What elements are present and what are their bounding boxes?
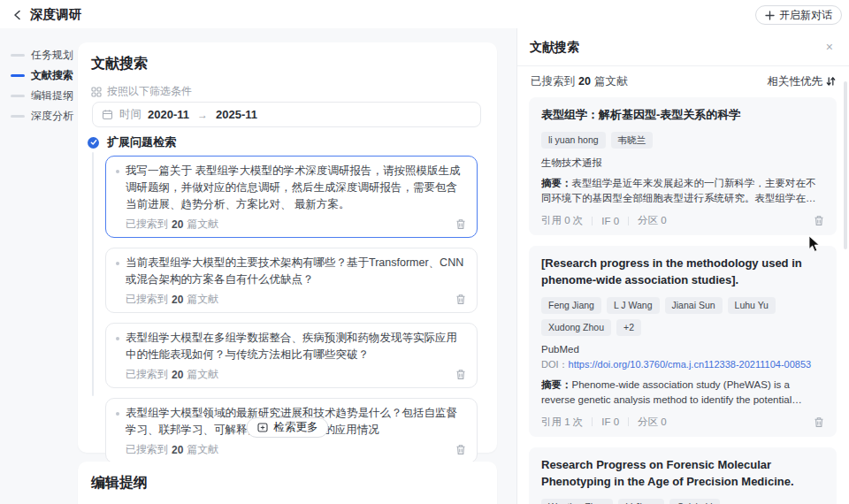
step-indicator [11,54,25,57]
step-deep-analysis[interactable]: 深度分析 [11,109,73,124]
step-literature-search[interactable]: 文献搜索 [11,68,73,83]
result-number: 20 [578,75,591,88]
panel-subheader: 已搜索到 20 篇文献 相关性优先 [517,66,849,96]
author-tag[interactable]: Feng Jiang [541,297,601,314]
author-tag[interactable]: Caixia Li [669,499,719,504]
author-tag[interactable]: Xudong Zhou [541,319,611,336]
time-from-value: 2020-11 [148,108,189,121]
time-range-field[interactable]: 时间 2020-11 → 2025-11 [92,102,481,127]
bullet-dot-icon [116,337,119,340]
author-tags: Wenting Zhao Li Jiang Caixia Li [541,499,824,504]
paper-title: [Research progress in the methodology us… [541,256,824,289]
literature-search-card: 文献搜索 按照以下筛选条件 时间 2020-11 → 2025-11 扩展问题检… [78,42,497,453]
question-card-2[interactable]: 当前表型组学大模型的主要技术架构有哪些？基于Transformer、CNN或混合… [105,248,478,313]
searched-suffix: 篇文献 [187,367,218,382]
paper-title: Research Progress on Forensic Molecular … [541,457,824,491]
searched-count: 20 [172,218,183,231]
author-tags: Feng Jiang L J Wang Jianai Sun Luhu Yu X… [541,297,824,336]
trash-icon[interactable] [455,294,466,305]
author-more-tag[interactable]: +2 [616,319,641,336]
trash-icon[interactable] [455,369,466,380]
searched-prefix: 已搜索到 [126,292,168,307]
chevron-left-icon [12,10,23,20]
step-label: 任务规划 [31,48,73,63]
question-meta: 已搜索到 20 篇文献 [126,292,466,307]
back-button[interactable] [9,6,27,24]
panel-title: 文献搜索 [530,28,579,66]
question-card-1[interactable]: 我写一篇关于 表型组学大模型的学术深度调研报告，请按照模版生成调研题纲，并做对应… [105,156,478,238]
trash-icon[interactable] [455,444,466,455]
author-tag[interactable]: Li Jiang [618,499,664,504]
searched-count: 20 [172,369,183,381]
result-prefix: 已搜索到 [531,74,575,89]
divider [628,217,629,225]
step-indicator [11,115,25,118]
paper-card-1[interactable]: 表型组学：解析基因型-表型关系的科学 li yuan hong 韦晓兰 生物技术… [529,97,837,235]
doi-link[interactable]: https://doi.org/10.3760/cma.j.cn112338-2… [569,359,812,370]
filter-hint-label: 按照以下筛选条件 [107,84,192,99]
paper-abstract: 摘要：表型组学是近年来发展起来的一门新科学，主要对在不同环境下的基因型全部细胞表… [541,176,824,206]
step-indicator [11,95,25,97]
citation-count: 引用 0 次 [541,214,583,227]
paper-card-3[interactable]: Research Progress on Forensic Molecular … [529,447,837,504]
time-label: 时间 [119,107,142,122]
author-tag[interactable]: Wenting Zhao [541,499,613,504]
panel-header: 文献搜索 × [517,28,849,66]
question-text: 当前表型组学大模型的主要技术架构有哪些？基于Transformer、CNN或混合… [126,255,466,288]
author-tag[interactable]: Luhu Yu [728,297,776,314]
section-title: 编辑提纲 [91,474,148,493]
abstract-label: 摘要： [541,178,572,188]
search-more-icon [257,422,269,433]
sort-arrows-icon [826,76,836,87]
searched-count: 20 [172,294,183,306]
paper-card-2[interactable]: [Research progress in the methodology us… [529,246,837,437]
page-title: 深度调研 [30,0,81,28]
app-window: 深度调研 开启新对话 任务规划 文献搜索 编辑提纲 深度分析 文献搜索 [0,0,849,504]
author-tag[interactable]: 韦晓兰 [611,132,654,149]
calendar-icon [102,109,113,120]
question-text: 我写一篇关于 表型组学大模型的学术深度调研报告，请按照模版生成调研题纲，并做对应… [126,163,466,213]
edit-outline-card: 编辑提纲 [78,462,497,504]
expand-question-toggle[interactable]: 扩展问题检索 [88,134,176,150]
trash-icon[interactable] [814,215,824,226]
searched-suffix: 篇文献 [187,442,218,457]
top-bar: 深度调研 开启新对话 [0,0,849,28]
new-chat-button[interactable]: 开启新对话 [755,5,842,25]
sort-button[interactable]: 相关性优先 [768,74,837,89]
step-task-planning[interactable]: 任务规划 [11,48,73,63]
trash-icon[interactable] [455,218,466,230]
paper-venue: 生物技术通报 [541,157,824,170]
author-tag[interactable]: li yuan hong [541,132,606,149]
paper-list: 表型组学：解析基因型-表型关系的科学 li yuan hong 韦晓兰 生物技术… [517,97,849,504]
divider [592,417,593,426]
question-text: 表型组学大模型在多组学数据整合、疾病预测和药物发现等实际应用中的性能表现如何？与… [126,330,466,363]
bullet-dot-icon [116,262,119,265]
abstract-text: Phenome-wide association study (PheWAS) … [541,379,802,408]
grid-filter-icon [91,87,102,97]
step-indicator-active [11,74,25,77]
trash-icon[interactable] [814,416,824,428]
zone-rank: 分区 0 [638,214,667,227]
paper-stats: 引用 0 次 IF 0 分区 0 [541,214,824,227]
search-more-button[interactable]: 检索更多 [247,417,329,438]
searched-prefix: 已搜索到 [126,367,168,382]
section-title: 文献搜索 [91,55,148,73]
author-tag[interactable]: Jianai Sun [665,297,723,314]
citation-count: 引用 1 次 [541,416,583,429]
filter-hint-row: 按照以下筛选条件 [91,84,192,99]
question-card-3[interactable]: 表型组学大模型在多组学数据整合、疾病预测和药物发现等实际应用中的性能表现如何？与… [105,323,478,388]
plus-icon [765,11,775,20]
author-tag[interactable]: L J Wang [607,297,660,314]
sort-label: 相关性优先 [768,74,823,89]
question-meta: 已搜索到 20 篇文献 [126,217,466,232]
searched-suffix: 篇文献 [187,217,218,232]
bullet-dot-icon [116,170,119,173]
result-suffix: 篇文献 [594,74,628,89]
scrollbar[interactable] [844,81,847,249]
bullet-dot-icon [116,412,119,416]
close-icon[interactable]: × [826,39,833,55]
question-meta: 已搜索到 20 篇文献 [126,367,466,382]
impact-factor: IF 0 [601,416,619,427]
step-edit-outline[interactable]: 编辑提纲 [11,88,73,103]
step-label: 深度分析 [31,109,73,124]
